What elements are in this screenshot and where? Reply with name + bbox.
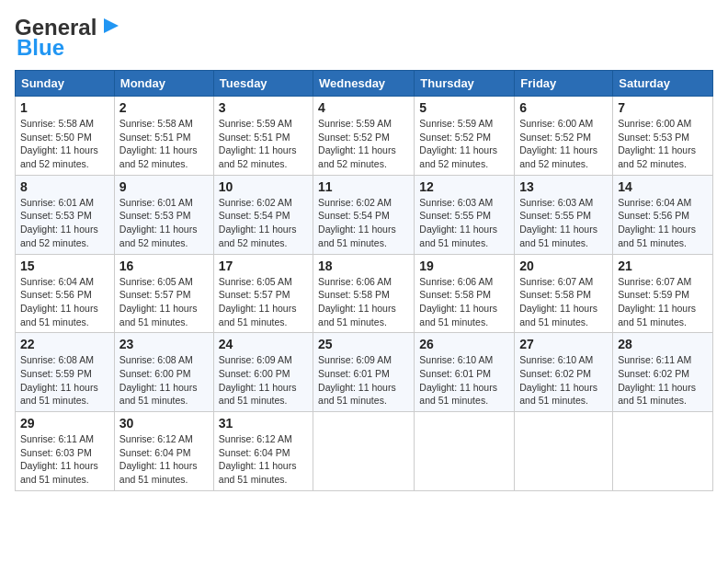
day-info: Sunrise: 6:03 AMSunset: 5:55 PMDaylight:… <box>519 197 597 248</box>
calendar-cell: 26Sunrise: 6:10 AMSunset: 6:01 PMDayligh… <box>415 333 515 412</box>
calendar-cell: 21Sunrise: 6:07 AMSunset: 5:59 PMDayligh… <box>613 254 713 333</box>
calendar-cell: 20Sunrise: 6:07 AMSunset: 5:58 PMDayligh… <box>515 254 613 333</box>
day-info: Sunrise: 6:03 AMSunset: 5:55 PMDaylight:… <box>419 197 497 248</box>
calendar-cell: 24Sunrise: 6:09 AMSunset: 6:00 PMDayligh… <box>213 333 313 412</box>
day-info: Sunrise: 6:07 AMSunset: 5:59 PMDaylight:… <box>618 276 696 327</box>
day-number: 11 <box>318 179 409 194</box>
day-number: 12 <box>419 179 509 194</box>
day-number: 21 <box>618 259 708 273</box>
day-info: Sunrise: 6:09 AMSunset: 6:01 PMDaylight:… <box>318 354 396 406</box>
day-info: Sunrise: 6:09 AMSunset: 6:00 PMDaylight:… <box>219 354 297 406</box>
weekday-header-sunday: Sunday <box>16 71 115 97</box>
day-number: 18 <box>318 259 409 273</box>
day-number: 23 <box>119 337 209 351</box>
day-info: Sunrise: 6:04 AMSunset: 5:56 PMDaylight:… <box>618 197 696 248</box>
day-info: Sunrise: 5:58 AMSunset: 5:50 PMDaylight:… <box>20 118 98 169</box>
day-info: Sunrise: 6:05 AMSunset: 5:57 PMDaylight:… <box>219 276 297 327</box>
logo: General Blue <box>15 15 124 61</box>
day-info: Sunrise: 6:07 AMSunset: 5:58 PMDaylight:… <box>519 276 597 327</box>
day-number: 27 <box>519 337 608 351</box>
day-number: 19 <box>419 259 509 273</box>
day-number: 29 <box>20 416 109 431</box>
day-number: 6 <box>519 100 608 115</box>
day-number: 10 <box>219 179 308 194</box>
calendar-cell: 2Sunrise: 5:58 AMSunset: 5:51 PMDaylight… <box>114 97 213 176</box>
weekday-header-friday: Friday <box>515 71 613 97</box>
day-number: 2 <box>119 100 209 115</box>
day-number: 15 <box>20 259 109 273</box>
day-info: Sunrise: 6:10 AMSunset: 6:02 PMDaylight:… <box>519 354 597 406</box>
calendar-cell: 12Sunrise: 6:03 AMSunset: 5:55 PMDayligh… <box>415 175 515 254</box>
day-number: 9 <box>119 179 209 194</box>
calendar-cell: 17Sunrise: 6:05 AMSunset: 5:57 PMDayligh… <box>213 254 313 333</box>
day-number: 13 <box>519 179 608 194</box>
weekday-header-thursday: Thursday <box>415 71 515 97</box>
weekday-header-tuesday: Tuesday <box>213 71 313 97</box>
day-info: Sunrise: 5:59 AMSunset: 5:52 PMDaylight:… <box>318 118 396 169</box>
day-number: 3 <box>219 100 308 115</box>
calendar-week-2: 8Sunrise: 6:01 AMSunset: 5:53 PMDaylight… <box>16 175 713 254</box>
calendar-cell: 27Sunrise: 6:10 AMSunset: 6:02 PMDayligh… <box>515 333 613 412</box>
day-number: 4 <box>318 100 409 115</box>
day-number: 31 <box>219 416 308 431</box>
day-info: Sunrise: 6:04 AMSunset: 5:56 PMDaylight:… <box>20 276 98 327</box>
calendar-cell: 16Sunrise: 6:05 AMSunset: 5:57 PMDayligh… <box>114 254 213 333</box>
calendar-table: SundayMondayTuesdayWednesdayThursdayFrid… <box>15 70 713 491</box>
day-info: Sunrise: 6:00 AMSunset: 5:53 PMDaylight:… <box>618 118 696 169</box>
day-info: Sunrise: 6:08 AMSunset: 5:59 PMDaylight:… <box>20 354 98 406</box>
day-number: 24 <box>219 337 308 351</box>
calendar-cell <box>613 412 713 491</box>
calendar-cell: 14Sunrise: 6:04 AMSunset: 5:56 PMDayligh… <box>613 175 713 254</box>
calendar-week-4: 22Sunrise: 6:08 AMSunset: 5:59 PMDayligh… <box>16 333 713 412</box>
day-number: 20 <box>519 259 608 273</box>
day-info: Sunrise: 6:11 AMSunset: 6:02 PMDaylight:… <box>618 354 696 406</box>
calendar-cell: 15Sunrise: 6:04 AMSunset: 5:56 PMDayligh… <box>16 254 115 333</box>
day-info: Sunrise: 6:01 AMSunset: 5:53 PMDaylight:… <box>119 197 198 248</box>
day-info: Sunrise: 5:59 AMSunset: 5:52 PMDaylight:… <box>419 118 497 169</box>
day-info: Sunrise: 5:58 AMSunset: 5:51 PMDaylight:… <box>119 118 198 169</box>
calendar-cell: 19Sunrise: 6:06 AMSunset: 5:58 PMDayligh… <box>415 254 515 333</box>
day-info: Sunrise: 5:59 AMSunset: 5:51 PMDaylight:… <box>219 118 297 169</box>
day-info: Sunrise: 6:02 AMSunset: 5:54 PMDaylight:… <box>219 197 297 248</box>
calendar-cell: 7Sunrise: 6:00 AMSunset: 5:53 PMDaylight… <box>613 97 713 176</box>
calendar-cell: 25Sunrise: 6:09 AMSunset: 6:01 PMDayligh… <box>313 333 415 412</box>
calendar-cell: 1Sunrise: 5:58 AMSunset: 5:50 PMDaylight… <box>16 97 115 176</box>
day-number: 14 <box>618 179 708 194</box>
calendar-cell: 10Sunrise: 6:02 AMSunset: 5:54 PMDayligh… <box>213 175 313 254</box>
calendar-cell: 9Sunrise: 6:01 AMSunset: 5:53 PMDaylight… <box>114 175 213 254</box>
day-number: 16 <box>119 259 209 273</box>
logo-icon <box>98 13 124 39</box>
calendar-cell: 28Sunrise: 6:11 AMSunset: 6:02 PMDayligh… <box>613 333 713 412</box>
calendar-cell: 30Sunrise: 6:12 AMSunset: 6:04 PMDayligh… <box>114 412 213 491</box>
calendar-cell: 31Sunrise: 6:12 AMSunset: 6:04 PMDayligh… <box>213 412 313 491</box>
day-number: 25 <box>318 337 409 351</box>
day-info: Sunrise: 6:02 AMSunset: 5:54 PMDaylight:… <box>318 197 396 248</box>
calendar-cell: 3Sunrise: 5:59 AMSunset: 5:51 PMDaylight… <box>213 97 313 176</box>
calendar-cell: 6Sunrise: 6:00 AMSunset: 5:52 PMDaylight… <box>515 97 613 176</box>
day-info: Sunrise: 6:12 AMSunset: 6:04 PMDaylight:… <box>219 433 297 485</box>
day-info: Sunrise: 6:00 AMSunset: 5:52 PMDaylight:… <box>519 118 597 169</box>
day-number: 17 <box>219 259 308 273</box>
calendar-week-1: 1Sunrise: 5:58 AMSunset: 5:50 PMDaylight… <box>16 97 713 176</box>
calendar-cell <box>313 412 415 491</box>
day-info: Sunrise: 6:11 AMSunset: 6:03 PMDaylight:… <box>20 433 98 485</box>
logo-blue: Blue <box>17 35 64 61</box>
page-header: General Blue <box>15 15 713 61</box>
weekday-header-monday: Monday <box>114 71 213 97</box>
day-number: 22 <box>20 337 109 351</box>
svg-marker-0 <box>104 18 119 33</box>
day-number: 30 <box>119 416 209 431</box>
calendar-cell: 18Sunrise: 6:06 AMSunset: 5:58 PMDayligh… <box>313 254 415 333</box>
calendar-cell: 5Sunrise: 5:59 AMSunset: 5:52 PMDaylight… <box>415 97 515 176</box>
calendar-body: 1Sunrise: 5:58 AMSunset: 5:50 PMDaylight… <box>16 97 713 491</box>
day-number: 1 <box>20 100 109 115</box>
day-info: Sunrise: 6:10 AMSunset: 6:01 PMDaylight:… <box>419 354 497 406</box>
day-number: 28 <box>618 337 708 351</box>
day-number: 7 <box>618 100 708 115</box>
day-number: 5 <box>419 100 509 115</box>
day-info: Sunrise: 6:06 AMSunset: 5:58 PMDaylight:… <box>419 276 497 327</box>
calendar-cell: 8Sunrise: 6:01 AMSunset: 5:53 PMDaylight… <box>16 175 115 254</box>
day-number: 8 <box>20 179 109 194</box>
calendar-week-3: 15Sunrise: 6:04 AMSunset: 5:56 PMDayligh… <box>16 254 713 333</box>
calendar-cell: 13Sunrise: 6:03 AMSunset: 5:55 PMDayligh… <box>515 175 613 254</box>
